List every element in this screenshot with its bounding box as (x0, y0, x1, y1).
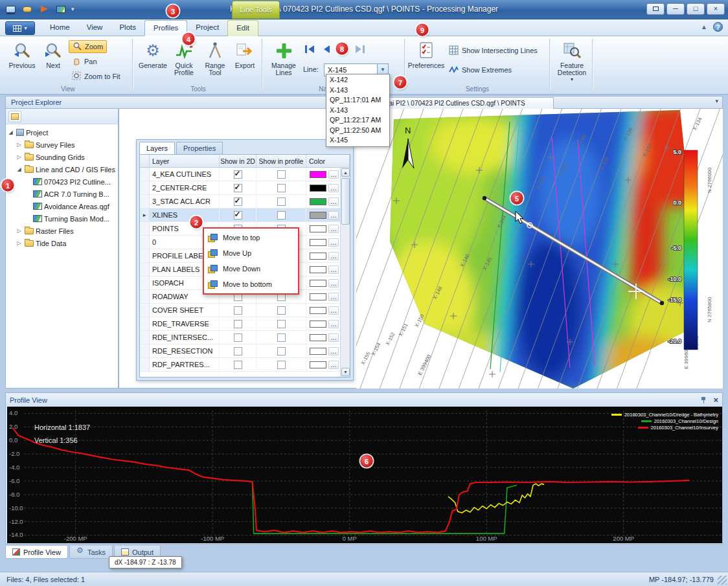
tab-properties[interactable]: Properties (176, 142, 223, 154)
color-swatch[interactable] (310, 212, 326, 219)
column-header-layer[interactable]: Layer (150, 155, 220, 167)
help-icon[interactable]: ? (713, 22, 723, 32)
export-button[interactable]: Export (229, 39, 260, 85)
show-in-2d-checkbox[interactable] (234, 211, 242, 220)
application-menu-button[interactable]: ▾ (5, 21, 35, 35)
profile-chart[interactable]: 4.02.00.0-2.0-4.0-6.0-8.0-10.0-12.0-14.0… (7, 407, 722, 543)
layer-row[interactable]: RDE_INTERSEC...… (140, 331, 350, 344)
color-picker-button[interactable]: … (328, 184, 339, 192)
show-in-profile-checkbox[interactable] (277, 320, 286, 328)
previous-line-button[interactable] (319, 43, 334, 56)
first-line-button[interactable] (302, 43, 317, 56)
bottom-tab-profile-view[interactable]: Profile View (5, 546, 68, 559)
color-swatch[interactable] (310, 253, 326, 260)
color-picker-button[interactable]: … (328, 252, 339, 260)
range-tool-button[interactable]: Range Tool (199, 39, 231, 85)
layer-row[interactable]: 4_KEA CUTLINES… (140, 168, 350, 181)
document-list-caret-icon[interactable]: ▾ (715, 98, 718, 104)
expand-arrow-icon[interactable]: ▷ (16, 240, 23, 246)
explorer-layers-button[interactable] (8, 111, 21, 122)
show-intersecting-lines-button[interactable]: Show Intersecting Lines (446, 44, 541, 57)
color-swatch[interactable] (310, 225, 326, 232)
collapse-arrow-icon[interactable]: ◢ (7, 130, 14, 135)
fit-screen-button[interactable] (646, 3, 665, 15)
color-swatch[interactable] (310, 293, 326, 300)
key-icon[interactable] (21, 2, 34, 16)
show-in-2d-checkbox[interactable] (234, 197, 242, 206)
context-menu-item[interactable]: Move Down (204, 261, 298, 276)
app-icon[interactable] (4, 2, 17, 16)
show-in-profile-checkbox[interactable] (277, 333, 286, 342)
tree-item[interactable]: ▷Raster Files (6, 225, 118, 237)
color-swatch[interactable] (310, 198, 326, 205)
context-menu-item[interactable]: Move to bottom (204, 276, 298, 292)
show-in-profile-checkbox[interactable] (277, 197, 286, 206)
line-dropdown-option[interactable]: QP_11:17:01 AM (326, 95, 389, 106)
color-swatch[interactable] (310, 266, 326, 273)
expand-arrow-icon[interactable]: ▷ (16, 154, 23, 160)
tree-item[interactable]: ▷Survey Files (6, 139, 118, 151)
resize-grip[interactable] (718, 576, 727, 585)
color-picker-button[interactable]: … (328, 347, 339, 355)
color-picker-button[interactable]: … (328, 320, 339, 328)
layer-row[interactable]: RDF_PARTRES...… (140, 358, 350, 372)
layer-row[interactable]: COVER SHEET… (140, 304, 350, 317)
color-picker-button[interactable]: … (328, 265, 339, 274)
map-view[interactable]: N X-134X-137X-138X-139X-140X-141X-142X-1… (356, 109, 723, 389)
ribbon-collapse-icon[interactable]: ▲ (701, 23, 707, 30)
tree-item[interactable]: ·070423 PI2 Cutline... (6, 175, 118, 188)
tab-home[interactable]: Home (41, 20, 78, 36)
tab-plots[interactable]: Plots (111, 20, 144, 36)
layer-row[interactable]: 2_CENTER-CRE… (140, 181, 350, 195)
layers-scrollbar[interactable]: ▲ ▼ (340, 168, 350, 377)
show-in-2d-checkbox[interactable] (234, 184, 242, 192)
next-button[interactable]: Next (38, 39, 69, 85)
show-in-profile-checkbox[interactable] (277, 361, 286, 369)
color-picker-button[interactable]: … (328, 293, 339, 301)
map-icon[interactable] (54, 2, 67, 16)
line-dropdown-option[interactable]: QP_11:22:17 AM (326, 115, 389, 126)
tree-item[interactable]: ·Turning Basin Mod... (6, 212, 118, 225)
column-header-show-in-2d[interactable]: Show in 2D (220, 155, 256, 167)
show-extremes-button[interactable]: Show Extremes (446, 63, 515, 76)
color-swatch[interactable] (310, 334, 326, 341)
expand-arrow-icon[interactable]: ▷ (16, 228, 23, 234)
color-picker-button[interactable]: … (328, 225, 339, 233)
color-swatch[interactable] (310, 280, 326, 287)
expand-arrow-icon[interactable]: ▷ (16, 142, 23, 148)
scroll-down-icon[interactable]: ▼ (341, 368, 350, 376)
tree-item[interactable]: ·Avoidance Areas.qgf (6, 200, 118, 212)
color-picker-button[interactable]: … (328, 333, 339, 342)
color-swatch[interactable] (310, 185, 326, 192)
show-in-2d-checkbox[interactable] (234, 306, 242, 315)
tree-item[interactable]: ◢Project (6, 126, 118, 139)
manage-lines-button[interactable]: Manage Lines (267, 39, 301, 85)
map-panel[interactable]: N X-134X-137X-138X-139X-140X-141X-142X-1… (356, 109, 723, 389)
show-in-2d-checkbox[interactable] (234, 361, 242, 369)
show-in-2d-checkbox[interactable] (234, 320, 242, 328)
preferences-button[interactable]: Preferences (409, 39, 443, 85)
show-in-2d-checkbox[interactable] (234, 170, 242, 179)
color-picker-button[interactable]: … (328, 211, 339, 220)
qat-dropdown-caret-icon[interactable]: ▾ (71, 6, 74, 12)
color-swatch[interactable] (310, 239, 326, 246)
show-in-profile-checkbox[interactable] (277, 211, 286, 220)
color-swatch[interactable] (310, 348, 326, 355)
tree-item[interactable]: ◢Line and CAD / GIS Files (6, 163, 118, 175)
show-in-2d-checkbox[interactable] (234, 333, 242, 342)
line-dropdown-option[interactable]: X-143 (326, 85, 389, 96)
color-picker-button[interactable]: … (328, 279, 339, 287)
color-picker-button[interactable]: … (328, 170, 339, 179)
show-in-2d-checkbox[interactable] (234, 347, 242, 355)
show-in-profile-checkbox[interactable] (277, 347, 286, 355)
collapse-arrow-icon[interactable]: ◢ (16, 166, 23, 172)
zoom-button[interactable]: Zoom (69, 40, 107, 53)
minimize-button[interactable]: ─ (666, 3, 685, 15)
zoom-to-fit-button[interactable]: Zoom to Fit (69, 70, 124, 83)
line-dropdown-option[interactable]: QP_11:22:50 AM (326, 126, 389, 136)
show-in-profile-checkbox[interactable] (277, 170, 286, 179)
column-header-color[interactable]: Color (306, 155, 350, 167)
color-picker-button[interactable]: … (328, 361, 339, 369)
flag-icon[interactable] (38, 2, 51, 16)
scrollbar-thumb[interactable] (341, 178, 350, 225)
